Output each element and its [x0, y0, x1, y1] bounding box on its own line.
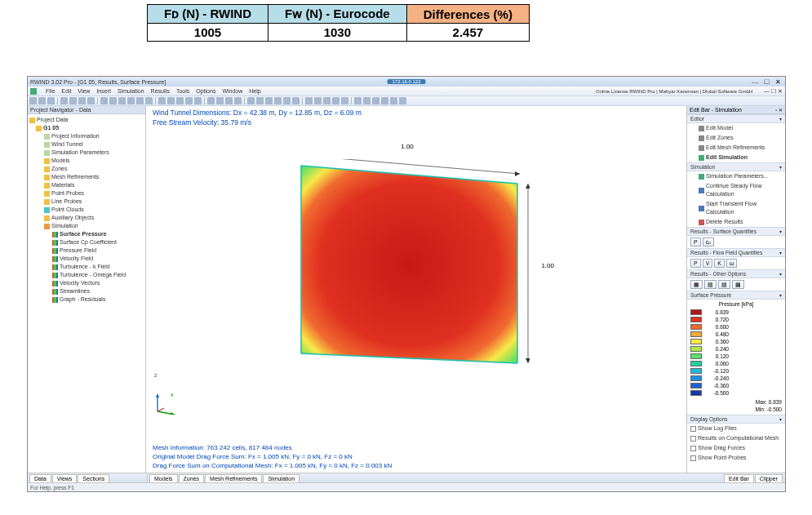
menu-simulation[interactable]: Simulation: [118, 88, 144, 94]
tree-mesh-refinements[interactable]: Mesh Refinements: [28, 173, 145, 181]
menu-results[interactable]: Results: [151, 88, 170, 94]
checkbox-icon[interactable]: [690, 426, 696, 432]
other-option-button[interactable]: ▩: [732, 280, 744, 289]
toolbar-icon[interactable]: [381, 97, 388, 104]
tree-turb-k[interactable]: Turbulence - k Field: [28, 263, 145, 271]
menu-view[interactable]: View: [78, 88, 90, 94]
tab-edit-bar[interactable]: Edit Bar: [724, 474, 754, 482]
toolbar-icon[interactable]: [323, 97, 331, 104]
tab-data[interactable]: Data: [29, 474, 51, 482]
tree-streamlines[interactable]: Streamlines: [28, 287, 145, 295]
start-transient[interactable]: Start Transient Flow Calculation: [687, 199, 785, 217]
tree-models[interactable]: Models: [28, 157, 145, 165]
chevron-down-icon[interactable]: ▾: [779, 292, 782, 298]
tree-wind-tunnel[interactable]: Wind Tunnel: [28, 140, 145, 149]
toolbar-icon[interactable]: [274, 97, 282, 104]
menu-options[interactable]: Options: [196, 88, 215, 94]
toolbar-icon[interactable]: [372, 97, 379, 104]
menu-help[interactable]: Help: [249, 88, 260, 94]
toolbar-icon[interactable]: [127, 97, 135, 104]
toolbar-icon[interactable]: [265, 97, 273, 104]
edit-simulation[interactable]: Edit Simulation: [687, 153, 785, 162]
show-point-probes[interactable]: Show Point Probes: [687, 453, 785, 463]
tab-sections[interactable]: Sections: [78, 474, 109, 482]
toolbar-icon[interactable]: [399, 97, 406, 104]
delete-results[interactable]: Delete Results: [687, 217, 785, 227]
tree-case[interactable]: G1 05: [28, 124, 145, 132]
other-option-button[interactable]: ▨: [718, 280, 730, 289]
viewport-3d[interactable]: Wind Tunnel Dimensions: Dx = 42.38 m, Dy…: [146, 106, 687, 473]
toolbar-icon[interactable]: [194, 97, 202, 104]
toolbar-icon[interactable]: [363, 97, 371, 104]
edit-zones[interactable]: Edit Zones: [687, 133, 785, 143]
tree-velocity-vectors[interactable]: Velocity Vectors: [28, 279, 145, 287]
toolbar-icon[interactable]: [60, 97, 68, 104]
chevron-down-icon[interactable]: ▾: [779, 229, 782, 234]
toolbar-icon[interactable]: [225, 97, 233, 104]
tree-turb-omega[interactable]: Turbulence - Omega Field: [28, 271, 145, 279]
tree-project-info[interactable]: Project Information: [28, 132, 145, 140]
toolbar-icon[interactable]: [207, 97, 215, 104]
tree-graph-residuals[interactable]: Graph - Residuals: [28, 295, 145, 304]
checkbox-icon[interactable]: [690, 446, 696, 451]
tree-project-data[interactable]: Project Data: [28, 116, 145, 124]
results-on-mesh[interactable]: Results on Computational Mesh: [687, 433, 785, 443]
toolbar-icon[interactable]: [158, 97, 166, 104]
toolbar-icon[interactable]: [109, 97, 117, 104]
chevron-down-icon[interactable]: ▾: [779, 250, 782, 255]
toolbar-icon[interactable]: [176, 97, 184, 104]
chevron-down-icon[interactable]: ▾: [779, 271, 782, 277]
toolbar-icon[interactable]: [314, 97, 322, 104]
tab-simulation[interactable]: Simulation: [263, 474, 300, 482]
toolbar-icon[interactable]: [100, 97, 108, 104]
tree-surface-cp[interactable]: Surface Cp Coefficient: [28, 238, 145, 246]
edit-mesh-refinements[interactable]: Edit Mesh Refinements: [687, 143, 785, 153]
tree-surface-pressure[interactable]: Surface Pressure: [28, 230, 145, 238]
show-log-files[interactable]: Show Log Files: [687, 424, 785, 433]
toolbar-icon[interactable]: [247, 97, 255, 104]
menu-file[interactable]: File: [46, 88, 55, 94]
toolbar-icon[interactable]: [29, 97, 37, 104]
toolbar-icon[interactable]: [47, 97, 55, 104]
toolbar-icon[interactable]: [234, 97, 242, 104]
tree-aux-objects[interactable]: Auxiliary Objects: [28, 214, 145, 222]
tree-pressure-field[interactable]: Pressure Field: [28, 246, 145, 255]
continue-steady[interactable]: Continue Steady Flow Calculation: [687, 181, 785, 199]
close-button[interactable]: ✕: [772, 78, 783, 86]
tree-point-clouds[interactable]: Point Clouds: [28, 206, 145, 214]
maximize-button[interactable]: ☐: [761, 78, 772, 86]
other-option-button[interactable]: ▦: [690, 280, 703, 289]
panel-close-icon[interactable]: ▫ ✕: [775, 107, 783, 113]
checkbox-icon[interactable]: [690, 455, 696, 461]
toolbar-icon[interactable]: [341, 97, 348, 104]
tree-line-probes[interactable]: Line Probes: [28, 198, 145, 206]
tree-point-probes[interactable]: Point Probes: [28, 189, 145, 198]
toolbar-icon[interactable]: [354, 97, 362, 104]
tab-mesh-refinements[interactable]: Mesh Refinements: [205, 474, 262, 482]
flow-p-button[interactable]: P: [690, 259, 701, 268]
checkbox-icon[interactable]: [690, 436, 696, 442]
flow-v-button[interactable]: V: [703, 259, 713, 268]
surface-p-button[interactable]: P: [690, 238, 701, 246]
flow-k-button[interactable]: K: [714, 259, 725, 268]
toolbar-icon[interactable]: [390, 97, 397, 104]
chevron-down-icon[interactable]: ▾: [779, 116, 782, 122]
toolbar-icon[interactable]: [167, 97, 175, 104]
sim-params[interactable]: Simulation Parameters...: [687, 171, 785, 181]
tree-sim-params[interactable]: Simulation Parameters: [28, 149, 145, 157]
tree-velocity-field[interactable]: Velocity Field: [28, 255, 145, 263]
tab-models[interactable]: Models: [149, 474, 178, 482]
toolbar-icon[interactable]: [256, 97, 264, 104]
chevron-down-icon[interactable]: ▾: [779, 416, 782, 422]
toolbar-icon[interactable]: [145, 97, 153, 104]
toolbar-icon[interactable]: [38, 97, 46, 104]
other-option-button[interactable]: ▧: [704, 280, 717, 289]
toolbar-icon[interactable]: [118, 97, 126, 104]
flow-omega-button[interactable]: ω: [726, 259, 737, 268]
toolbar-icon[interactable]: [292, 97, 300, 104]
tab-clipper[interactable]: Clipper: [755, 474, 783, 482]
tab-views[interactable]: Views: [52, 474, 78, 482]
toolbar-icon[interactable]: [305, 97, 313, 104]
surface-cp-button[interactable]: cₚ: [703, 238, 715, 246]
toolbar-icon[interactable]: [136, 97, 144, 104]
